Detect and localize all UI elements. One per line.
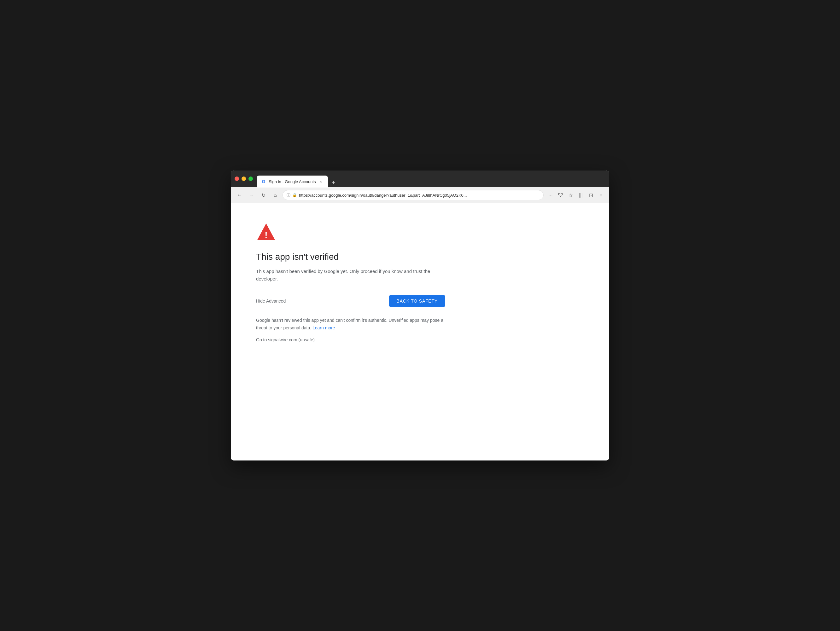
address-bar[interactable]: ⓘ 🔒 https://accounts.google.com/signin/o…	[283, 190, 543, 200]
nav-right-buttons: ··· 🛡 ☆ ||| ⊡ ≡	[546, 191, 605, 199]
title-bar: G Sign in - Google Accounts × +	[231, 170, 609, 187]
nav-bar: ← → ↻ ⌂ ⓘ 🔒 https://accounts.google.com/…	[231, 187, 609, 203]
address-url: https://accounts.google.com/signin/oauth…	[299, 193, 540, 198]
bookmark-button[interactable]: ☆	[566, 191, 575, 199]
more-options-icon: ···	[548, 192, 553, 198]
shield-button[interactable]: 🛡	[556, 191, 565, 199]
reading-list-button[interactable]: |||	[576, 191, 585, 199]
tab-favicon: G	[261, 179, 266, 184]
address-info-icon: ⓘ	[287, 192, 291, 198]
home-icon: ⌂	[274, 192, 277, 198]
warning-triangle-icon: !	[256, 222, 276, 240]
close-button[interactable]	[235, 177, 239, 181]
back-to-safety-button[interactable]: BACK TO SAFETY	[389, 295, 445, 307]
active-tab[interactable]: G Sign in - Google Accounts ×	[257, 175, 328, 188]
reload-button[interactable]: ↻	[259, 190, 268, 200]
reload-icon: ↻	[261, 192, 265, 198]
traffic-lights	[235, 177, 253, 181]
back-button[interactable]: ←	[235, 190, 244, 200]
maximize-button[interactable]	[248, 177, 253, 181]
new-tab-button[interactable]: +	[329, 178, 338, 187]
tab-bar: G Sign in - Google Accounts × +	[257, 170, 605, 187]
back-icon: ←	[237, 192, 242, 198]
hamburger-menu-icon: ≡	[599, 192, 602, 198]
tab-view-icon: ⊡	[589, 192, 593, 198]
more-options-button[interactable]: ···	[546, 191, 555, 199]
tab-close-icon[interactable]: ×	[319, 179, 324, 184]
warning-icon-wrapper: !	[256, 222, 445, 244]
home-button[interactable]: ⌂	[270, 190, 280, 200]
tab-view-button[interactable]: ⊡	[586, 191, 595, 199]
tab-title: Sign in - Google Accounts	[268, 179, 316, 184]
svg-text:!: !	[265, 230, 267, 240]
proceed-unsafe-link[interactable]: Go to signalwire.com (unsafe)	[256, 337, 315, 342]
page-title: This app isn't verified	[256, 251, 445, 263]
star-icon: ☆	[568, 192, 573, 198]
actions-row: Hide Advanced BACK TO SAFETY	[256, 295, 445, 307]
advanced-warning-text: Google hasn't reviewed this app yet and …	[256, 317, 445, 332]
content-area: ! This app isn't verified This app hasn'…	[231, 203, 609, 461]
page-description: This app hasn't been verified by Google …	[256, 268, 445, 283]
learn-more-link[interactable]: Learn more	[313, 325, 335, 330]
minimize-button[interactable]	[242, 177, 246, 181]
reading-list-icon: |||	[579, 192, 583, 198]
forward-icon: →	[249, 192, 254, 198]
menu-button[interactable]: ≡	[597, 191, 605, 199]
google-favicon-icon: G	[262, 179, 265, 184]
shield-icon: 🛡	[558, 192, 563, 198]
warning-page: ! This app isn't verified This app hasn'…	[256, 222, 445, 342]
browser-window: G Sign in - Google Accounts × + ← → ↻ ⌂ …	[231, 170, 609, 461]
address-lock-icon: 🔒	[292, 193, 297, 197]
forward-button[interactable]: →	[246, 190, 256, 200]
hide-advanced-link[interactable]: Hide Advanced	[256, 298, 286, 303]
